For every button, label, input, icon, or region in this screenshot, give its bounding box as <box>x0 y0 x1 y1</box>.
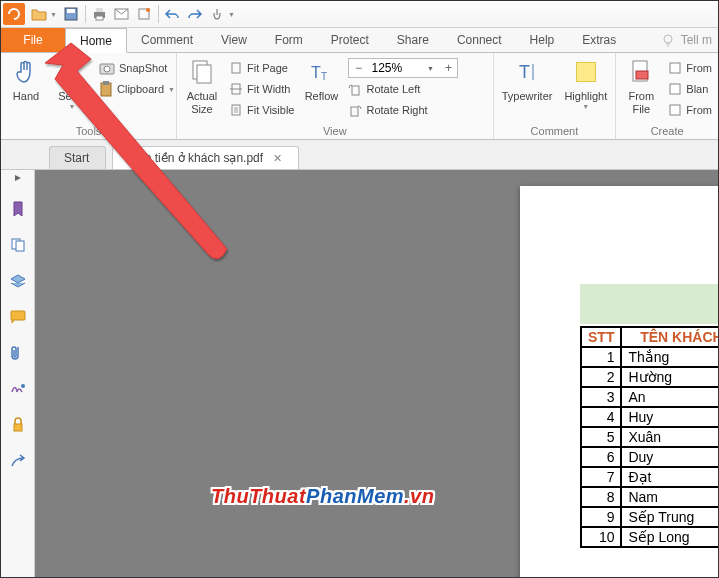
select-label: Selec <box>58 90 86 103</box>
from-clipboard-button[interactable]: From <box>666 100 714 120</box>
tab-view[interactable]: View <box>207 28 261 52</box>
group-create-label: Create <box>620 123 714 138</box>
undo-icon[interactable] <box>165 6 181 22</box>
fit-visible-button[interactable]: Fit Visible <box>227 100 296 120</box>
svg-point-7 <box>146 8 150 12</box>
blank-label: Blan <box>686 83 708 95</box>
panel-toggle-icon[interactable] <box>14 174 22 182</box>
tell-me-label: Tell m <box>681 33 712 47</box>
fit-page-button[interactable]: Fit Page <box>227 58 296 78</box>
document-canvas[interactable]: STTTÊN KHÁCH 1Thắng 2Hường 3An 4Huy 5Xuâ… <box>35 170 718 577</box>
reflow-button[interactable]: TT Reflow <box>300 56 342 105</box>
zoom-in-button[interactable]: + <box>439 61 457 75</box>
highlight-icon <box>572 58 600 86</box>
clipboard-button[interactable]: Clipboard ▼ <box>97 79 177 99</box>
group-view: Actual Size Fit Page Fit Width Fit Visib… <box>177 53 494 139</box>
select-button[interactable]: Selec ▼ <box>51 56 93 113</box>
svg-rect-28 <box>670 84 680 94</box>
attachments-icon[interactable] <box>9 344 27 362</box>
app-logo[interactable] <box>3 3 25 25</box>
highlight-button[interactable]: Highlight ▼ <box>560 56 611 113</box>
tab-help[interactable]: Help <box>516 28 569 52</box>
email-icon[interactable] <box>114 6 130 22</box>
fit-width-icon <box>229 82 243 96</box>
group-create: From File From Blan From Create <box>616 53 718 139</box>
hand-button[interactable]: Hand <box>5 56 47 105</box>
fit-page-label: Fit Page <box>247 62 288 74</box>
scan-icon[interactable] <box>136 6 152 22</box>
actual-size-button[interactable]: Actual Size <box>181 56 223 117</box>
typewriter-icon: T <box>513 58 541 86</box>
group-comment-label: Comment <box>498 123 612 138</box>
ribbon: Hand Selec ▼ SnapShot Clipboard ▼ Tools <box>1 53 718 140</box>
rotate-right-icon <box>348 103 362 117</box>
zoom-input[interactable] <box>367 61 421 75</box>
from-file-label: From File <box>628 90 654 115</box>
group-view-label: View <box>181 123 489 138</box>
select-icon <box>58 58 86 86</box>
snapshot-button[interactable]: SnapShot <box>97 58 177 78</box>
tab-extras[interactable]: Extras <box>568 28 630 52</box>
dropdown-icon[interactable]: ▼ <box>228 11 235 18</box>
close-icon[interactable]: ✕ <box>273 152 282 165</box>
table-row: 5Xuân <box>581 427 718 447</box>
group-tools-label: Tools <box>5 123 172 138</box>
tab-share[interactable]: Share <box>383 28 443 52</box>
dropdown-icon[interactable]: ▼ <box>50 11 57 18</box>
doc-icon <box>668 104 682 116</box>
print-icon[interactable] <box>92 6 108 22</box>
touch-icon[interactable] <box>209 6 225 22</box>
tab-file[interactable]: File <box>1 28 65 52</box>
doctab-file[interactable]: Tính tiền ở khách sạn.pdf✕ <box>112 146 299 169</box>
svg-rect-21 <box>352 86 359 95</box>
bookmark-icon[interactable] <box>9 200 27 218</box>
header-band <box>580 284 718 324</box>
rotate-right-button[interactable]: Rotate Right <box>346 100 460 120</box>
tell-me[interactable]: Tell m <box>661 28 718 52</box>
comments-icon[interactable] <box>9 308 27 326</box>
from-file-button[interactable]: From File <box>620 56 662 117</box>
snapshot-label: SnapShot <box>119 62 167 74</box>
from-label: From <box>686 62 712 74</box>
svg-rect-3 <box>96 8 103 12</box>
data-table: STTTÊN KHÁCH 1Thắng 2Hường 3An 4Huy 5Xuâ… <box>580 326 718 548</box>
fit-width-label: Fit Width <box>247 83 290 95</box>
blank-button[interactable]: Blan <box>666 79 714 99</box>
blank-icon <box>668 83 682 95</box>
rotate-left-label: Rotate Left <box>366 83 420 95</box>
save-icon[interactable] <box>63 6 79 22</box>
zoom-out-button[interactable]: − <box>349 61 367 75</box>
svg-rect-18 <box>234 107 238 113</box>
share-icon[interactable] <box>9 452 27 470</box>
svg-point-33 <box>21 384 25 388</box>
svg-text:T: T <box>311 64 321 81</box>
svg-text:T: T <box>321 71 327 82</box>
tab-comment[interactable]: Comment <box>127 28 207 52</box>
svg-rect-15 <box>232 63 240 73</box>
table-row: 8Nam <box>581 487 718 507</box>
open-icon[interactable] <box>31 6 47 22</box>
fit-page-icon <box>229 61 243 75</box>
typewriter-button[interactable]: T Typewriter <box>498 56 557 105</box>
table-row: 10Sếp Long <box>581 527 718 547</box>
pdf-page: STTTÊN KHÁCH 1Thắng 2Hường 3An 4Huy 5Xuâ… <box>520 186 718 577</box>
reflow-icon: TT <box>307 58 335 86</box>
zoom-dropdown[interactable]: ▼ <box>421 65 439 72</box>
doctab-start[interactable]: Start <box>49 146 106 169</box>
tab-connect[interactable]: Connect <box>443 28 516 52</box>
from-scanner-button[interactable]: From <box>666 58 714 78</box>
layers-icon[interactable] <box>9 272 27 290</box>
tab-form[interactable]: Form <box>261 28 317 52</box>
signatures-icon[interactable] <box>9 380 27 398</box>
pages-icon[interactable] <box>9 236 27 254</box>
doc-icon <box>668 62 682 74</box>
fit-width-button[interactable]: Fit Width <box>227 79 296 99</box>
tab-protect[interactable]: Protect <box>317 28 383 52</box>
from-label: From <box>686 104 712 116</box>
actual-size-icon <box>188 58 216 86</box>
rotate-left-button[interactable]: Rotate Left <box>346 79 460 99</box>
tab-home[interactable]: Home <box>65 28 127 53</box>
security-icon[interactable] <box>9 416 27 434</box>
redo-icon[interactable] <box>187 6 203 22</box>
highlight-label: Highlight <box>564 90 607 103</box>
